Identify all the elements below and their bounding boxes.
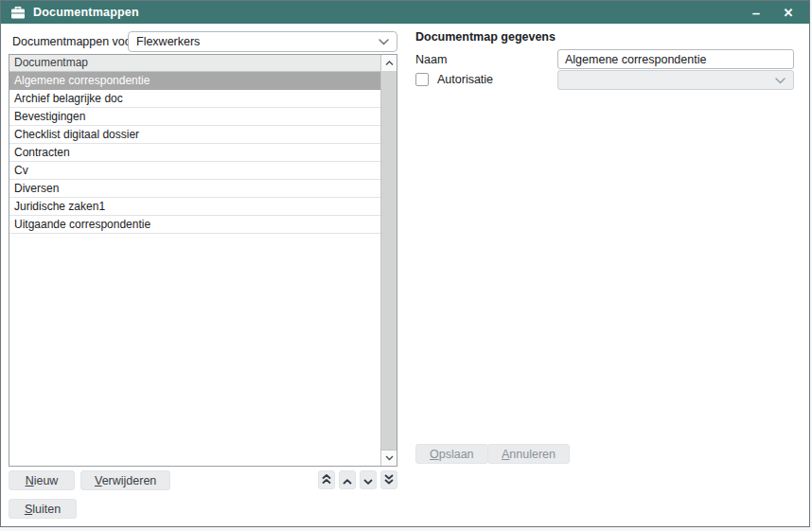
- list-item[interactable]: Algemene correspondentie: [9, 72, 380, 90]
- folder-list: Documentmap Algemene correspondentieArch…: [9, 54, 397, 467]
- minimize-button[interactable]: –: [745, 1, 768, 24]
- chevron-down-icon: [379, 35, 389, 48]
- list-item[interactable]: Uitgaande correspondentie: [9, 216, 380, 234]
- titlebar: Documentmappen – ✕: [1, 1, 809, 24]
- name-label: Naam: [415, 53, 447, 66]
- delete-button[interactable]: Verwijderen: [80, 470, 170, 490]
- double-chevron-down-icon: [384, 471, 394, 488]
- folder-list-rows: Algemene correspondentieArchief belagrij…: [9, 72, 380, 466]
- authorization-label: Autorisatie: [437, 73, 493, 86]
- chevron-down-icon: [363, 471, 373, 488]
- list-item[interactable]: Cv: [9, 162, 380, 180]
- save-button[interactable]: Opslaan: [415, 444, 488, 464]
- close-dialog-label: Sluiten: [25, 503, 61, 516]
- cancel-button-label: Annuleren: [502, 448, 556, 461]
- list-item[interactable]: Checklist digitaal dossier: [9, 126, 380, 144]
- scroll-down-button[interactable]: [381, 450, 397, 466]
- folder-type-select[interactable]: Flexwerkers: [128, 31, 397, 52]
- save-button-label: Opslaan: [430, 448, 474, 461]
- cancel-button[interactable]: Annuleren: [487, 444, 570, 464]
- window-title: Documentmappen: [33, 6, 139, 19]
- move-down-button[interactable]: [360, 470, 377, 489]
- new-button[interactable]: Nieuw: [9, 470, 75, 490]
- list-item[interactable]: Archief belagrijke doc: [9, 90, 380, 108]
- documentmappen-dialog: Documentmappen – ✕ Documentmappen voor F…: [0, 0, 810, 527]
- move-up-button[interactable]: [339, 470, 356, 489]
- list-item[interactable]: Contracten: [9, 144, 380, 162]
- chevron-up-icon: [343, 471, 352, 488]
- briefcase-icon: [10, 6, 26, 20]
- new-button-label: Nieuw: [26, 474, 59, 487]
- double-chevron-up-icon: [322, 471, 331, 488]
- move-last-button[interactable]: [380, 470, 397, 489]
- authorization-select[interactable]: [557, 70, 794, 90]
- name-input[interactable]: [557, 49, 794, 69]
- authorization-checkbox[interactable]: [415, 73, 429, 86]
- list-item[interactable]: Juridische zaken1: [9, 198, 380, 216]
- delete-button-label: Verwijderen: [95, 474, 156, 487]
- folder-list-main: Documentmap Algemene correspondentieArch…: [9, 55, 380, 466]
- list-scrollbar[interactable]: [380, 55, 397, 466]
- close-dialog-button[interactable]: Sluiten: [9, 499, 77, 519]
- filter-label: Documentmappen voor: [12, 35, 135, 48]
- scrollbar-track[interactable]: [381, 71, 397, 450]
- list-item[interactable]: Bevestigingen: [9, 108, 380, 126]
- details-heading: Documentmap gegevens: [415, 30, 556, 44]
- close-icon[interactable]: ✕: [777, 1, 800, 24]
- chevron-down-icon: [775, 74, 786, 87]
- list-column-header[interactable]: Documentmap: [9, 55, 380, 72]
- move-first-button[interactable]: [318, 470, 335, 489]
- scroll-up-button[interactable]: [381, 55, 397, 71]
- reorder-buttons: [315, 470, 397, 489]
- folder-type-value: Flexwerkers: [136, 35, 379, 48]
- list-item[interactable]: Diversen: [9, 180, 380, 198]
